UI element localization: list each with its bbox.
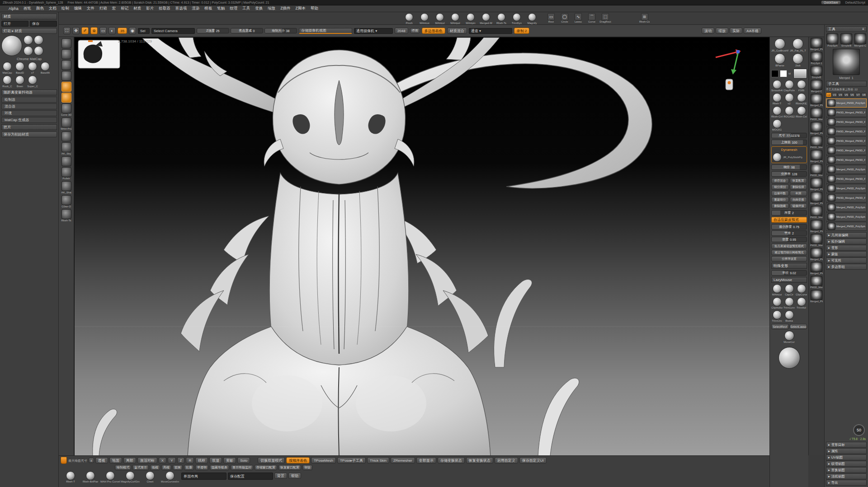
material-swatch[interactable]: Rock_C <box>1 75 13 88</box>
menu-item[interactable]: 材质 <box>131 6 143 12</box>
subtool-row[interactable]: PM3D_Merged_PM3D_PolySp <box>826 108 867 117</box>
thickness-slider[interactable]: 厚度 2 <box>771 210 807 215</box>
tray-button[interactable]: 补洞 <box>790 191 807 196</box>
menu-item[interactable]: 缩放 <box>265 6 278 12</box>
navigate-icon[interactable]: ✥ <box>72 27 80 34</box>
brush-shortcut[interactable]: MAHcol <box>432 13 448 25</box>
tray-brush[interactable]: Rbsh(KE) <box>796 93 807 105</box>
adaptive-slider[interactable]: 最小厚度 0.75 <box>771 224 807 229</box>
strip-brush-button[interactable]: MAH Pro <box>60 117 73 131</box>
modifier-item[interactable]: 混合器 <box>1 103 57 109</box>
subtool-row[interactable]: FM3D_Merged_PM3D_PolySp <box>826 146 867 155</box>
tray-brush[interactable]: ROCKE2 <box>783 106 795 118</box>
lazymouse-header[interactable]: LazyMouse <box>771 277 807 283</box>
color-swatch-black[interactable] <box>771 70 778 77</box>
subtool-tab[interactable]: U2 <box>826 93 831 97</box>
strip-brush-button[interactable]: Pollsh <box>60 167 73 180</box>
menu-item[interactable]: 笔触 <box>215 6 227 12</box>
subtool-thumbnail[interactable]: Merged_PM3D_PolySp <box>810 248 823 261</box>
detail-slider[interactable]: 细分 98 <box>771 164 807 170</box>
subtool-thumbnail[interactable]: Merged-C <box>810 80 823 93</box>
tray-brush[interactable]: MOCK1 <box>771 119 783 131</box>
preview-button[interactable]: 焦点衰减缩放预览模式 <box>771 244 807 249</box>
bottom-toggle[interactable]: Solo <box>237 457 250 464</box>
tray-button[interactable]: 恢复配置 <box>790 178 807 183</box>
tray-brush[interactable]: JR_CutBrushR <box>771 38 788 52</box>
tray-brush[interactable]: ClipCurve <box>796 284 807 296</box>
subtool-thumbnail[interactable]: Merged_PM3D_PolySp <box>810 94 823 107</box>
doc-size-button[interactable]: 2048 <box>395 28 408 34</box>
canvas-nav-button[interactable]: 缩放 <box>716 28 728 34</box>
strip-brush-button[interactable] <box>60 156 73 166</box>
menu-item[interactable]: 拾取器 <box>156 6 173 12</box>
tray-button[interactable]: 细分级别 <box>771 184 789 190</box>
save-config-box[interactable]: 保存配置 <box>228 473 273 480</box>
bottom-action[interactable]: TPoseMesh <box>311 457 336 464</box>
tray-brush[interactable]: Rbsh-CsOvbCs <box>796 106 807 118</box>
camera-name-dropdown[interactable]: 通用摄像机 ▾ <box>354 28 393 34</box>
tool-section-header[interactable]: ▸ 变形 <box>826 245 867 251</box>
bottom-row2-button[interactable]: 轮廓 <box>184 465 194 470</box>
frame-icon[interactable]: ⛶ <box>63 27 71 34</box>
menu-item[interactable]: 纹理 <box>227 6 240 12</box>
menu-item[interactable]: 变换 <box>253 6 265 12</box>
channel-dropdown[interactable]: 通道 ▾ <box>469 28 512 34</box>
bottom-toggle[interactable]: 透视 <box>95 457 108 464</box>
select-button[interactable]: SelectRect <box>771 324 789 329</box>
tray-brush[interactable]: ClipHollow <box>771 297 783 309</box>
preview-button[interactable]: 分辨率设置 <box>771 256 807 262</box>
bottom-row2-button[interactable]: 盒式显示 <box>132 465 149 470</box>
bottom-toggle[interactable]: 双显 <box>209 457 222 464</box>
subtool-row[interactable]: FM3D_Merged_PM3D_PolySp <box>826 127 867 136</box>
zoom-level-badge[interactable]: 50 <box>853 424 865 436</box>
modifier-header[interactable]: 随距离变量抖动器 <box>1 89 57 95</box>
camera-sel-field[interactable]: Sel <box>138 28 150 34</box>
tool-section-header[interactable]: ▸ 置换贴图 <box>826 467 867 473</box>
bottom-row2-button[interactable]: 帮助 <box>302 465 312 470</box>
subtool-thumbnail[interactable]: PM3D_Merged <box>810 108 823 121</box>
bottom-row2-button[interactable]: 显示性能监控 <box>231 465 253 470</box>
tray-brush[interactable]: 2lob <box>789 53 807 67</box>
menu-item[interactable]: 标记 <box>118 6 131 12</box>
material-save-button[interactable]: 保存 <box>30 21 57 27</box>
dynamesh-title[interactable]: Dynamesh <box>773 148 806 152</box>
tool-section-header[interactable]: ▸ UV贴图 <box>826 454 867 460</box>
tray-brush[interactable]: ClayPolish <box>783 80 795 92</box>
strip-brush-button[interactable]: C0se-O <box>60 195 73 208</box>
tool-section-header[interactable]: ▸ 导出 <box>826 480 867 486</box>
current-material-ball[interactable] <box>778 347 800 369</box>
subtool-tab[interactable]: V3 <box>832 93 837 97</box>
camera-select-dropdown[interactable]: Select Camera <box>151 28 195 34</box>
subtool-thumbnail[interactable]: Merged_PM3D <box>810 38 823 51</box>
bottom-action[interactable]: 启用自定义 <box>495 457 518 464</box>
menu-item[interactable]: 工具 <box>240 6 252 12</box>
bottom-toggle[interactable]: Y <box>168 457 175 464</box>
photo-header[interactable]: 照片 <box>1 124 57 130</box>
size-slider[interactable]: 尺寸 77.02378 <box>771 133 807 138</box>
bottom-action[interactable]: 存储变换状态 <box>438 457 465 464</box>
strip-brush-button[interactable] <box>60 60 73 70</box>
menu-item[interactable]: 首选项 <box>173 6 189 12</box>
menu-item[interactable]: 宏 <box>110 6 118 12</box>
subtool-tab[interactable]: V8 <box>861 93 867 97</box>
tray-brush[interactable]: JR_Fat_IN_T <box>789 38 807 52</box>
modifier-item[interactable]: MatCap 生成器 <box>1 117 57 123</box>
quicksave-button[interactable]: QuickSave <box>821 0 840 5</box>
subtool-header[interactable]: 子工具 <box>826 81 867 87</box>
menu-item[interactable]: 画笔 <box>21 6 33 12</box>
tool-section-header[interactable]: ▸ 纹理贴图 <box>826 461 867 467</box>
tray-button[interactable]: 镜像焊接 <box>790 203 807 209</box>
material-swatch[interactable]: MatCap <box>1 62 13 75</box>
save-startup-material-button[interactable]: 保存为初始材质 <box>1 131 57 137</box>
bottom-row3-button[interactable]: 帮助 <box>288 473 301 479</box>
mask-icon[interactable]: ◐ <box>108 27 116 34</box>
bottom-toggle[interactable]: 线框 <box>195 457 208 464</box>
bottom-action[interactable]: TPose▸子工具 <box>337 457 366 464</box>
recent-tool[interactable]: SimpleB <box>840 33 853 47</box>
material-swatch[interactable]: BaseMt <box>39 62 51 75</box>
camera-icon[interactable]: ◉ <box>129 27 136 34</box>
adaptive-skin-header[interactable]: 自适应蒙皮预览 <box>771 217 807 223</box>
focal-length-button[interactable]: 35 <box>118 28 127 34</box>
current-tool-thumbnail[interactable] <box>833 49 860 75</box>
shelf-slider[interactable]: 焦点衰减 0 <box>231 28 263 33</box>
